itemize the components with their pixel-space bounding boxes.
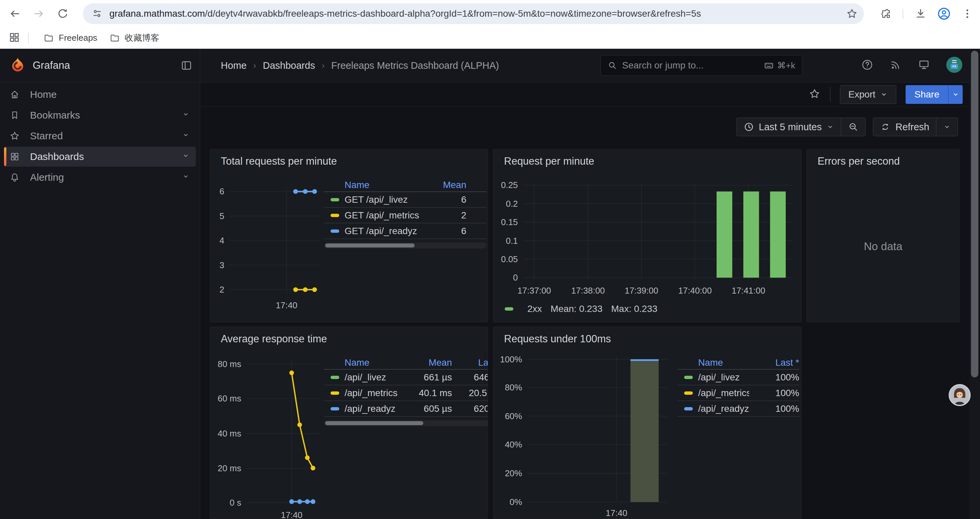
panel-title[interactable]: Errors per second bbox=[818, 155, 900, 167]
series-color-pill bbox=[331, 391, 339, 395]
scrollbar-thumb[interactable] bbox=[971, 51, 978, 377]
legend-row[interactable]: /api/_readyz605 µs620 µs bbox=[324, 401, 488, 417]
series-value: 646 µs bbox=[452, 372, 488, 383]
bell-icon bbox=[10, 172, 20, 183]
help-button[interactable] bbox=[861, 59, 873, 72]
legend-column-header[interactable]: Name bbox=[345, 357, 412, 368]
forward-button[interactable] bbox=[29, 4, 49, 24]
breadcrumb-home[interactable]: Home bbox=[221, 60, 247, 71]
header-icons bbox=[861, 49, 963, 82]
search-input[interactable] bbox=[622, 60, 759, 71]
browser-menu-button[interactable] bbox=[961, 7, 974, 21]
sidebar-item-dashboards[interactable]: Dashboards bbox=[4, 147, 196, 167]
panel-requests-under-100ms: Requests under 100ms 100%80%60%40%20%0%1… bbox=[493, 327, 802, 519]
bar-chart[interactable]: 100%80%60%40%20%0%17:40 bbox=[493, 327, 801, 519]
share-split-button: Share bbox=[905, 85, 963, 104]
bookmark-star-button[interactable] bbox=[845, 7, 859, 21]
legend-scrollbar-thumb[interactable] bbox=[325, 243, 415, 248]
legend-row[interactable]: /api/_metrics40.1 ms20.5 ms bbox=[324, 385, 488, 401]
sidebar-item-starred[interactable]: Starred bbox=[4, 126, 196, 146]
grafana-logo[interactable] bbox=[10, 57, 26, 74]
kiosk-mode-button[interactable] bbox=[918, 59, 930, 72]
panel-total-requests-per-minute: Total requests per minute 6543217:40 Nam… bbox=[210, 149, 488, 322]
apps-grid-button[interactable] bbox=[9, 32, 20, 45]
series-name: 2xx bbox=[527, 303, 542, 314]
chevron-down-icon[interactable] bbox=[181, 172, 191, 184]
extensions-button[interactable] bbox=[878, 7, 892, 21]
refresh-interval-button[interactable] bbox=[936, 118, 958, 136]
dashboard-toolbar: Export Share bbox=[200, 83, 980, 107]
chevron-down-icon bbox=[951, 91, 960, 99]
back-button[interactable] bbox=[5, 4, 25, 24]
legend-column-header[interactable]: Mean bbox=[426, 180, 466, 190]
breadcrumb-dashboards[interactable]: Dashboards bbox=[263, 60, 315, 71]
series-value: 6 bbox=[426, 226, 466, 236]
share-menu-button[interactable] bbox=[948, 85, 963, 104]
sidebar-item-home[interactable]: Home bbox=[4, 85, 196, 105]
series-color-pill bbox=[331, 214, 339, 217]
legend-column-header[interactable]: Last * bbox=[452, 357, 488, 368]
legend-scrollbar-thumb[interactable] bbox=[325, 421, 423, 425]
url-bar[interactable]: grafana.mathmast.com/d/deytv4rwavabkb/fr… bbox=[83, 3, 864, 24]
svg-text:60%: 60% bbox=[505, 412, 522, 421]
legend-column-header[interactable]: Mean bbox=[412, 357, 452, 368]
puzzle-icon bbox=[879, 8, 891, 20]
breadcrumb-current: Freeleaps Metrics Dashboard (ALPHA) bbox=[331, 60, 499, 71]
bookmark-folder-blogs[interactable]: 收藏博客 bbox=[103, 29, 165, 46]
clock-icon bbox=[743, 121, 754, 132]
panel-errors-per-second: Errors per second No data bbox=[807, 149, 960, 322]
apps-grid-icon bbox=[9, 32, 20, 43]
chevron-down-icon[interactable] bbox=[181, 110, 191, 121]
export-button[interactable]: Export bbox=[840, 85, 896, 104]
reload-button[interactable] bbox=[53, 4, 73, 24]
svg-text:0%: 0% bbox=[510, 497, 522, 507]
time-range-picker[interactable]: Last 5 minutes bbox=[737, 118, 841, 136]
legend-column-header[interactable]: Last * bbox=[749, 357, 799, 368]
panel-average-response-time: Average response time 80 ms60 ms40 ms20 … bbox=[210, 327, 488, 519]
grafana-header: Grafana Home › Dashboards › Freeleaps Me… bbox=[0, 49, 980, 83]
profile-button[interactable] bbox=[937, 7, 951, 21]
legend-row[interactable]: /api/_livez100% bbox=[678, 370, 799, 385]
refresh-button[interactable]: Refresh bbox=[873, 118, 936, 136]
page-scrollbar[interactable] bbox=[969, 49, 980, 519]
legend-row[interactable]: /api/_metrics100% bbox=[678, 385, 799, 401]
svg-text:0.25: 0.25 bbox=[501, 180, 518, 190]
reload-icon bbox=[56, 7, 69, 21]
star-dashboard-button[interactable] bbox=[808, 88, 821, 101]
legend-inline[interactable]: 2xx Mean: 0.233 Max: 0.233 bbox=[505, 303, 657, 314]
share-button[interactable]: Share bbox=[905, 85, 948, 104]
legend-table: NameMeanGET /api/_livez6GET /api/_metric… bbox=[324, 179, 486, 249]
legend-row[interactable]: GET /api/_readyz6 bbox=[324, 224, 486, 239]
user-avatar[interactable] bbox=[946, 57, 963, 74]
search-bar[interactable]: ⌘+k bbox=[600, 55, 802, 76]
svg-text:0.1: 0.1 bbox=[506, 236, 518, 246]
zoom-out-button[interactable] bbox=[841, 118, 865, 136]
bookmark-folder-freeleaps[interactable]: Freeleaps bbox=[37, 30, 103, 46]
legend-row[interactable]: GET /api/_metrics2 bbox=[324, 208, 486, 224]
news-button[interactable] bbox=[889, 59, 902, 72]
legend-scrollbar[interactable] bbox=[324, 243, 486, 249]
svg-text:17:38:00: 17:38:00 bbox=[571, 286, 605, 295]
bookmarks-divider bbox=[28, 33, 29, 43]
bar-chart[interactable]: 0.250.20.150.10.05017:37:0017:38:0017:39… bbox=[493, 149, 801, 322]
legend-row[interactable]: /api/_readyz100% bbox=[678, 401, 799, 417]
legend-column-header[interactable]: Name bbox=[345, 180, 426, 190]
legend-row[interactable]: GET /api/_livez6 bbox=[324, 192, 486, 208]
site-settings-icon[interactable] bbox=[91, 8, 103, 19]
collapse-sidebar-button[interactable] bbox=[180, 59, 192, 73]
series-name: /api/_livez bbox=[345, 372, 412, 383]
sidebar-item-label: Alerting bbox=[30, 172, 64, 183]
legend-header: NameMean bbox=[324, 179, 486, 192]
kebab-menu-icon bbox=[961, 8, 973, 20]
sidebar-item-bookmarks[interactable]: Bookmarks bbox=[4, 105, 196, 125]
legend-column-header[interactable]: Name bbox=[698, 357, 749, 368]
series-value: 605 µs bbox=[412, 404, 452, 414]
legend-scrollbar[interactable] bbox=[324, 420, 488, 426]
time-range-group: Last 5 minutes bbox=[737, 118, 866, 136]
chevron-down-icon[interactable] bbox=[181, 151, 191, 163]
assistant-avatar[interactable] bbox=[949, 384, 970, 406]
chevron-down-icon[interactable] bbox=[181, 130, 191, 142]
downloads-button[interactable] bbox=[914, 7, 927, 21]
sidebar-item-alerting[interactable]: Alerting bbox=[4, 167, 196, 187]
legend-row[interactable]: /api/_livez661 µs646 µs bbox=[324, 370, 488, 385]
